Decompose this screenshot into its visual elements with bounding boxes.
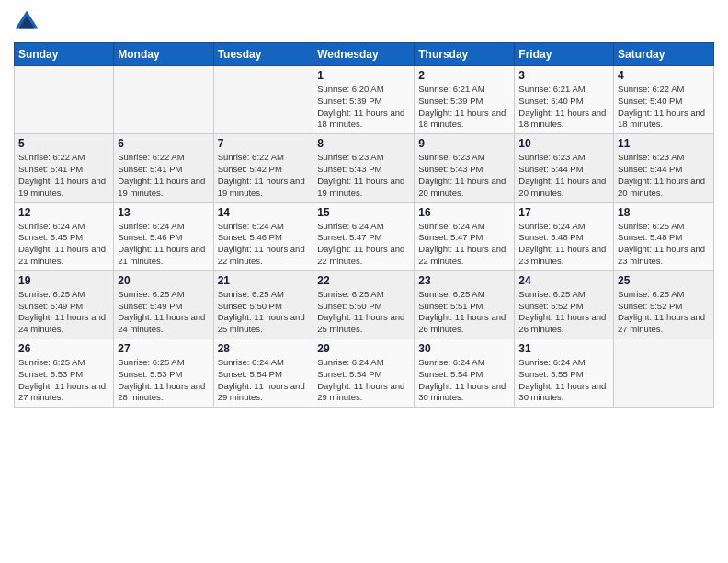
calendar-cell: 1Sunrise: 6:20 AMSunset: 5:39 PMDaylight… xyxy=(313,66,415,134)
calendar-cell: 24Sunrise: 6:25 AMSunset: 5:52 PMDayligh… xyxy=(515,270,614,339)
day-number: 19 xyxy=(18,274,109,287)
day-number: 27 xyxy=(118,342,209,355)
calendar-cell: 30Sunrise: 6:24 AMSunset: 5:54 PMDayligh… xyxy=(415,339,515,408)
day-info: Sunrise: 6:25 AMSunset: 5:49 PMDaylight:… xyxy=(118,289,209,336)
header xyxy=(14,9,714,35)
day-number: 29 xyxy=(317,342,410,355)
day-info: Sunrise: 6:24 AMSunset: 5:45 PMDaylight:… xyxy=(18,221,109,268)
day-number: 28 xyxy=(218,342,310,355)
calendar-cell: 18Sunrise: 6:25 AMSunset: 5:48 PMDayligh… xyxy=(614,202,714,270)
calendar-header-friday: Friday xyxy=(515,43,614,66)
calendar-cell: 23Sunrise: 6:25 AMSunset: 5:51 PMDayligh… xyxy=(415,270,515,339)
day-number: 24 xyxy=(518,274,609,287)
day-info: Sunrise: 6:25 AMSunset: 5:50 PMDaylight:… xyxy=(218,289,310,336)
day-number: 9 xyxy=(418,137,510,150)
day-number: 5 xyxy=(18,137,109,150)
day-number: 21 xyxy=(218,274,310,287)
calendar-week-1: 1Sunrise: 6:20 AMSunset: 5:39 PMDaylight… xyxy=(15,66,714,134)
calendar-cell: 9Sunrise: 6:23 AMSunset: 5:43 PMDaylight… xyxy=(415,134,515,202)
calendar-header-sunday: Sunday xyxy=(15,43,114,66)
calendar-cell: 29Sunrise: 6:24 AMSunset: 5:54 PMDayligh… xyxy=(313,339,415,408)
day-info: Sunrise: 6:24 AMSunset: 5:46 PMDaylight:… xyxy=(118,221,209,268)
day-number: 18 xyxy=(618,206,710,219)
day-info: Sunrise: 6:23 AMSunset: 5:44 PMDaylight:… xyxy=(518,152,609,199)
day-info: Sunrise: 6:25 AMSunset: 5:49 PMDaylight:… xyxy=(18,289,109,336)
calendar-cell xyxy=(213,66,313,134)
day-info: Sunrise: 6:24 AMSunset: 5:54 PMDaylight:… xyxy=(317,357,410,404)
calendar-header-saturday: Saturday xyxy=(614,43,714,66)
calendar-header-tuesday: Tuesday xyxy=(213,43,313,66)
day-number: 14 xyxy=(218,206,310,219)
day-info: Sunrise: 6:24 AMSunset: 5:46 PMDaylight:… xyxy=(218,221,310,268)
day-info: Sunrise: 6:24 AMSunset: 5:48 PMDaylight:… xyxy=(518,221,609,268)
day-number: 11 xyxy=(618,137,710,150)
day-info: Sunrise: 6:22 AMSunset: 5:41 PMDaylight:… xyxy=(18,152,109,199)
calendar-cell: 12Sunrise: 6:24 AMSunset: 5:45 PMDayligh… xyxy=(15,202,114,270)
calendar-cell: 20Sunrise: 6:25 AMSunset: 5:49 PMDayligh… xyxy=(114,270,213,339)
day-info: Sunrise: 6:24 AMSunset: 5:54 PMDaylight:… xyxy=(218,357,310,404)
calendar-table: SundayMondayTuesdayWednesdayThursdayFrid… xyxy=(14,42,714,408)
calendar-cell: 31Sunrise: 6:24 AMSunset: 5:55 PMDayligh… xyxy=(515,339,614,408)
day-number: 16 xyxy=(418,206,510,219)
day-number: 22 xyxy=(317,274,410,287)
day-info: Sunrise: 6:25 AMSunset: 5:53 PMDaylight:… xyxy=(118,357,209,404)
calendar-week-5: 26Sunrise: 6:25 AMSunset: 5:53 PMDayligh… xyxy=(15,339,714,408)
day-number: 2 xyxy=(418,69,510,82)
day-number: 10 xyxy=(518,137,609,150)
day-number: 3 xyxy=(518,69,609,82)
day-number: 1 xyxy=(317,69,410,82)
calendar-cell: 27Sunrise: 6:25 AMSunset: 5:53 PMDayligh… xyxy=(114,339,213,408)
day-info: Sunrise: 6:24 AMSunset: 5:55 PMDaylight:… xyxy=(518,357,609,404)
day-info: Sunrise: 6:25 AMSunset: 5:52 PMDaylight:… xyxy=(618,289,710,336)
calendar-cell: 21Sunrise: 6:25 AMSunset: 5:50 PMDayligh… xyxy=(213,270,313,339)
calendar-cell: 16Sunrise: 6:24 AMSunset: 5:47 PMDayligh… xyxy=(415,202,515,270)
day-number: 6 xyxy=(118,137,209,150)
day-info: Sunrise: 6:24 AMSunset: 5:47 PMDaylight:… xyxy=(418,221,510,268)
calendar-week-3: 12Sunrise: 6:24 AMSunset: 5:45 PMDayligh… xyxy=(15,202,714,270)
day-number: 4 xyxy=(618,69,710,82)
day-info: Sunrise: 6:22 AMSunset: 5:40 PMDaylight:… xyxy=(618,84,710,131)
day-number: 25 xyxy=(618,274,710,287)
day-number: 30 xyxy=(418,342,510,355)
calendar-cell: 6Sunrise: 6:22 AMSunset: 5:41 PMDaylight… xyxy=(114,134,213,202)
calendar-cell xyxy=(614,339,714,408)
calendar-header-wednesday: Wednesday xyxy=(313,43,415,66)
day-number: 7 xyxy=(218,137,310,150)
calendar-week-4: 19Sunrise: 6:25 AMSunset: 5:49 PMDayligh… xyxy=(15,270,714,339)
day-info: Sunrise: 6:25 AMSunset: 5:52 PMDaylight:… xyxy=(518,289,609,336)
day-number: 23 xyxy=(418,274,510,287)
day-info: Sunrise: 6:25 AMSunset: 5:51 PMDaylight:… xyxy=(418,289,510,336)
day-number: 8 xyxy=(317,137,410,150)
calendar-cell: 11Sunrise: 6:23 AMSunset: 5:44 PMDayligh… xyxy=(614,134,714,202)
day-number: 20 xyxy=(118,274,209,287)
day-info: Sunrise: 6:23 AMSunset: 5:43 PMDaylight:… xyxy=(317,152,410,199)
calendar-cell: 13Sunrise: 6:24 AMSunset: 5:46 PMDayligh… xyxy=(114,202,213,270)
day-info: Sunrise: 6:25 AMSunset: 5:48 PMDaylight:… xyxy=(618,221,710,268)
day-number: 31 xyxy=(518,342,609,355)
day-number: 15 xyxy=(317,206,410,219)
calendar-cell: 10Sunrise: 6:23 AMSunset: 5:44 PMDayligh… xyxy=(515,134,614,202)
calendar-cell: 19Sunrise: 6:25 AMSunset: 5:49 PMDayligh… xyxy=(15,270,114,339)
day-info: Sunrise: 6:23 AMSunset: 5:44 PMDaylight:… xyxy=(618,152,710,199)
day-number: 13 xyxy=(118,206,209,219)
calendar-header-row: SundayMondayTuesdayWednesdayThursdayFrid… xyxy=(15,43,714,66)
calendar-cell: 14Sunrise: 6:24 AMSunset: 5:46 PMDayligh… xyxy=(213,202,313,270)
calendar-cell: 7Sunrise: 6:22 AMSunset: 5:42 PMDaylight… xyxy=(213,134,313,202)
calendar-cell: 2Sunrise: 6:21 AMSunset: 5:39 PMDaylight… xyxy=(415,66,515,134)
calendar-header-thursday: Thursday xyxy=(415,43,515,66)
page: SundayMondayTuesdayWednesdayThursdayFrid… xyxy=(0,0,728,563)
day-info: Sunrise: 6:25 AMSunset: 5:50 PMDaylight:… xyxy=(317,289,410,336)
day-info: Sunrise: 6:24 AMSunset: 5:47 PMDaylight:… xyxy=(317,221,410,268)
calendar-cell xyxy=(114,66,213,134)
calendar-header-monday: Monday xyxy=(114,43,213,66)
day-info: Sunrise: 6:22 AMSunset: 5:42 PMDaylight:… xyxy=(218,152,310,199)
day-number: 26 xyxy=(18,342,109,355)
day-info: Sunrise: 6:23 AMSunset: 5:43 PMDaylight:… xyxy=(418,152,510,199)
logo-icon xyxy=(14,9,40,35)
day-info: Sunrise: 6:21 AMSunset: 5:39 PMDaylight:… xyxy=(418,84,510,131)
calendar-week-2: 5Sunrise: 6:22 AMSunset: 5:41 PMDaylight… xyxy=(15,134,714,202)
calendar-cell: 22Sunrise: 6:25 AMSunset: 5:50 PMDayligh… xyxy=(313,270,415,339)
day-info: Sunrise: 6:24 AMSunset: 5:54 PMDaylight:… xyxy=(418,357,510,404)
day-info: Sunrise: 6:25 AMSunset: 5:53 PMDaylight:… xyxy=(18,357,109,404)
calendar-cell: 26Sunrise: 6:25 AMSunset: 5:53 PMDayligh… xyxy=(15,339,114,408)
